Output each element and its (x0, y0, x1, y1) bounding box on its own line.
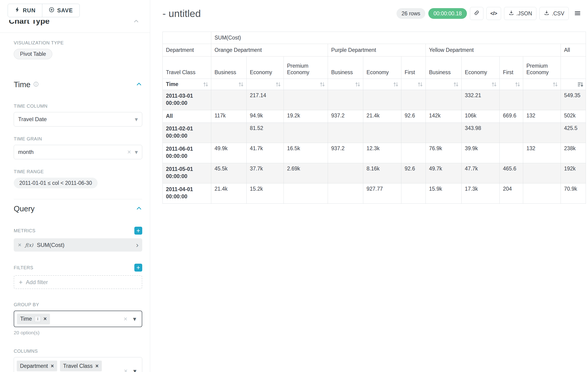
group-by-chip[interactable]: Time i × (17, 314, 50, 324)
sort-icon[interactable] (491, 81, 497, 87)
chevron-down-icon[interactable]: ▾ (133, 368, 136, 372)
sort-header (247, 79, 284, 90)
hamburger-icon (574, 14, 581, 17)
pivot-cell (284, 123, 328, 143)
time-grain-select[interactable]: month × ▾ (14, 145, 142, 159)
pivot-cell: 70.9k (561, 183, 586, 204)
remove-metric-icon[interactable]: × (18, 241, 21, 249)
query-timer-badge: 00:00:00.18 (428, 8, 467, 19)
pivot-cell: 16.5k (284, 143, 328, 163)
view-query-button[interactable]: </> (486, 7, 501, 20)
add-metric-button[interactable]: + (134, 227, 142, 234)
save-button-label: SAVE (57, 7, 73, 14)
corner-cell (163, 32, 211, 44)
pivot-cell: 238k (561, 143, 586, 163)
pivot-cell: 81.52 (247, 123, 284, 143)
time-column-select[interactable]: Travel Date ▾ (14, 112, 142, 127)
sort-header (363, 79, 401, 90)
travel-class-column-header: Premium Economy (523, 56, 561, 79)
group-by-select[interactable]: Time i × × ▾ (14, 311, 142, 327)
columns-chip[interactable]: Travel Class × (60, 361, 102, 371)
time-section-title: Time (14, 80, 31, 89)
row-label: 2011-03-01 00:00:00 (163, 90, 211, 110)
chevron-down-icon[interactable]: ▾ (133, 316, 136, 322)
export-json-button[interactable]: .JSON (504, 7, 537, 20)
travel-class-column-header: Economy (462, 56, 500, 79)
remove-chip-icon[interactable]: × (51, 363, 54, 369)
sort-icon[interactable] (275, 81, 281, 87)
pivot-cell: 117k (211, 110, 247, 123)
chevron-right-icon[interactable]: › (136, 241, 138, 249)
collapse-chevron-icon[interactable] (136, 205, 142, 213)
link-icon (474, 10, 480, 17)
row-label: 2011-05-01 00:00:00 (163, 163, 211, 183)
metric-chip-label: SUM(Cost) (37, 242, 64, 248)
travel-class-column-header: First (401, 56, 426, 79)
export-csv-button[interactable]: .CSV (539, 7, 569, 20)
plus-circle-icon (49, 7, 54, 14)
pivot-cell: 12.3k (363, 143, 401, 163)
clear-icon[interactable]: × (124, 368, 128, 372)
pivot-cell (328, 123, 363, 143)
time-range-pill[interactable]: 2011-01-01 ≤ col < 2011-06-30 (14, 178, 98, 188)
control-panel-sidebar: RUN SAVE Chart Type VISUALIZATION TYPE P… (0, 0, 150, 372)
pivot-cell (328, 163, 363, 183)
travel-class-column-header: Business (426, 56, 462, 79)
chevron-up-icon[interactable] (133, 20, 139, 25)
chevron-down-icon[interactable]: ▾ (135, 116, 138, 122)
pivot-cell: 21.4k (363, 110, 401, 123)
clear-icon[interactable]: × (124, 316, 127, 322)
time-column-value: Travel Date (18, 116, 47, 123)
pivot-cell (523, 123, 561, 143)
pivot-cell: 19.2k (284, 110, 328, 123)
time-grain-label: TIME GRAIN (14, 136, 142, 142)
travel-class-column-header: First (500, 56, 523, 79)
export-csv-label: .CSV (552, 11, 564, 17)
chart-type-section-header: Chart Type (0, 20, 150, 30)
pivot-cell (284, 90, 328, 110)
more-menu-button[interactable] (572, 10, 583, 17)
pivot-cell: 94.9k (247, 110, 284, 123)
travel-class-column-header: Premium Economy (284, 56, 328, 79)
remove-chip-icon[interactable]: × (95, 363, 99, 369)
pivot-cell: 132 (523, 143, 561, 163)
pivot-cell (284, 183, 328, 204)
column-dimension-header: Department (163, 44, 211, 56)
pivot-cell (401, 143, 426, 163)
sort-descending-icon[interactable] (577, 81, 583, 87)
sort-icon[interactable] (417, 81, 423, 87)
sort-icon[interactable] (238, 81, 244, 87)
sort-icon[interactable] (453, 81, 459, 87)
metric-chip[interactable]: × ƒ(x) SUM(Cost) › (14, 238, 142, 252)
visualization-type-pill[interactable]: Pivot Table (14, 49, 52, 59)
sort-icon[interactable] (552, 81, 558, 87)
pivot-cell (523, 90, 561, 110)
columns-select[interactable]: Department × Travel Class × × ▾ (14, 357, 142, 372)
table-row: 2011-02-01 00:00:0081.52343.98425.5 (163, 123, 586, 143)
clear-icon[interactable]: × (127, 149, 131, 155)
download-icon (508, 10, 514, 17)
pivot-cell: 343.98 (462, 123, 500, 143)
sort-icon[interactable] (514, 81, 521, 87)
chevron-down-icon[interactable]: ▾ (135, 149, 138, 155)
filters-label: FILTERS (14, 265, 33, 270)
code-icon: </> (490, 11, 497, 17)
add-filter-plus-button[interactable]: + (134, 264, 142, 272)
remove-chip-icon[interactable]: × (43, 316, 46, 322)
run-button[interactable]: RUN (8, 4, 42, 17)
copy-link-button[interactable] (470, 7, 483, 20)
sort-icon[interactable] (355, 81, 361, 87)
sort-icon[interactable] (393, 81, 399, 87)
pivot-cell: 49.7k (426, 163, 462, 183)
sort-icon[interactable] (319, 81, 325, 87)
sort-icon[interactable] (203, 81, 209, 87)
add-filter-button[interactable]: + Add filter (14, 275, 142, 289)
row-label: 2011-04-01 00:00:00 (163, 183, 211, 204)
save-button[interactable]: SAVE (42, 4, 80, 17)
chart-title[interactable]: - untitled (162, 8, 201, 19)
metric-header: SUM(Cost) (211, 32, 586, 44)
pivot-cell: 425.5 (561, 123, 586, 143)
collapse-chevron-icon[interactable] (136, 81, 142, 88)
columns-chip[interactable]: Department × (17, 361, 57, 371)
pivot-cell (363, 123, 401, 143)
